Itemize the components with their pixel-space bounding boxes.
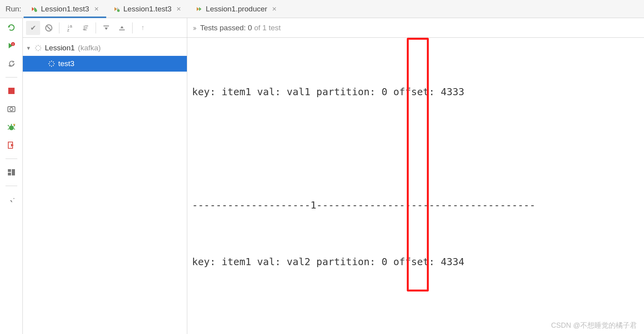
watermark: CSDN @不想睡觉的橘子君 [551,321,637,330]
svg-point-2 [35,9,37,11]
run-tab-label: Lession1.test3 [124,5,172,13]
sort-alpha-icon[interactable]: ↓az [63,21,77,35]
console-output[interactable]: key: item1 val: val1 partition: 0 offset… [187,38,644,334]
run-gutter: ! [0,18,23,334]
close-icon[interactable]: ✕ [176,6,181,13]
svg-marker-7 [199,7,201,11]
tests-passed-suffix: of 1 test [254,24,281,32]
svg-rect-22 [8,173,11,175]
run-tab-0[interactable]: Lession1.test3 ✕ [24,0,106,18]
show-passed-icon[interactable]: ✔ [26,21,40,35]
stop-icon[interactable] [7,86,16,96]
close-icon[interactable]: ✕ [272,6,277,13]
svg-rect-26 [85,26,88,26]
tree-root-label: Lession1 [45,44,75,52]
close-icon[interactable]: ✕ [94,6,99,13]
console-line: --------------------1-------------------… [192,196,644,215]
run-tab-bar: Run: Lession1.test3 ✕ Lession1.test3 ✕ L… [0,0,644,18]
sort-duration-icon[interactable] [78,21,92,35]
svg-line-47 [50,65,50,66]
run-config-icon [196,6,203,13]
run-config-icon [31,6,38,13]
console-panel: ›› Tests passed: 0 of 1 test key: item1 … [187,18,644,334]
run-tab-1[interactable]: Lession1.test3 ✕ [106,0,189,18]
svg-line-46 [53,65,54,66]
svg-rect-28 [85,30,87,30]
pin-icon[interactable] [7,195,16,204]
test-toolbar: ✔ ↓az ↑ [23,18,187,38]
run-tab-2[interactable]: Lession1.producer ✕ [188,0,284,18]
run-tab-label: Lession1.producer [206,5,267,13]
svg-marker-12 [13,61,15,63]
test-tree[interactable]: ▼ Lession1 (kafka) test3 [23,38,187,334]
console-line: key: item1 val: val2 partition: 0 offset… [192,253,644,271]
svg-line-45 [50,62,50,63]
chevrons-icon[interactable]: ›› [193,24,196,32]
svg-line-48 [53,62,54,63]
test-tree-panel: ✔ ↓az ↑ ▼ Lession1 (kafka) test3 [23,18,187,334]
svg-rect-21 [8,169,11,172]
console-line [192,139,644,158]
svg-marker-13 [8,65,10,67]
svg-point-5 [117,9,119,11]
toggle-auto-test-icon[interactable] [7,59,16,68]
tree-child-label: test3 [58,59,74,68]
svg-line-25 [47,26,51,30]
svg-point-16 [10,108,13,111]
debug-icon[interactable] [7,122,16,132]
svg-text:!: ! [12,42,13,46]
collapse-all-icon[interactable] [115,21,129,35]
svg-rect-23 [12,169,15,175]
layout-icon[interactable] [7,168,16,177]
console-line: key: item1 val: val1 partition: 0 offset… [192,83,644,101]
chevron-down-icon[interactable]: ▼ [26,45,31,51]
expand-all-icon[interactable] [99,21,113,35]
svg-marker-0 [32,7,34,11]
exit-icon[interactable] [7,140,16,150]
loading-spinner-icon [48,60,55,67]
svg-line-39 [36,50,37,50]
svg-rect-27 [85,28,87,28]
svg-marker-3 [114,7,117,11]
prev-failed-icon[interactable]: ↑ [136,21,150,35]
rerun-icon[interactable] [7,23,16,32]
svg-marker-6 [197,7,199,11]
tests-passed-prefix: Tests passed: [200,24,246,32]
svg-line-40 [40,46,41,47]
rerun-failed-icon[interactable]: ! [7,41,16,50]
svg-line-38 [40,50,41,50]
run-config-icon [113,6,120,13]
svg-marker-31 [120,26,124,28]
run-tab-label: Lession1.test3 [41,5,89,13]
loading-spinner-icon [35,44,42,52]
run-tabs: Lession1.test3 ✕ Lession1.test3 ✕ Lessio… [24,0,284,18]
tests-passed-count: 0 [248,24,252,32]
svg-point-17 [9,125,14,130]
tree-child[interactable]: test3 [23,56,187,72]
svg-marker-30 [105,28,108,30]
show-ignored-icon[interactable] [42,21,56,35]
svg-line-37 [36,46,37,47]
tree-root-context: (kafka) [78,44,101,52]
tree-root[interactable]: ▼ Lession1 (kafka) [23,40,187,56]
run-label: Run: [0,5,24,13]
dump-threads-icon[interactable] [7,104,16,114]
svg-rect-14 [8,88,15,94]
test-status-bar: ›› Tests passed: 0 of 1 test [187,18,644,38]
